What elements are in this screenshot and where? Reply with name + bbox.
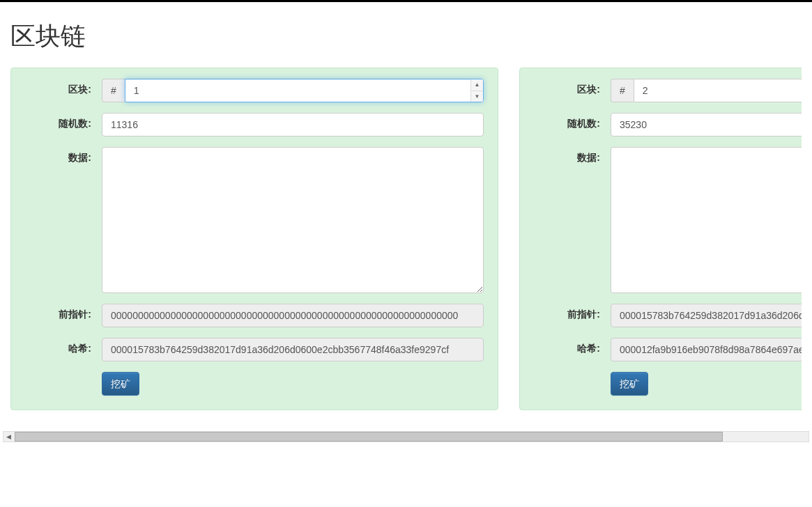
hash-prefix: # [102,79,125,102]
nonce-input[interactable] [102,113,484,136]
blocks-row: 区块: # ▲ ▼ [10,68,802,410]
chevron-up-icon[interactable]: ▲ [471,79,483,91]
label-prev: 前指针: [534,304,611,321]
page-title: 区块链 [10,20,802,54]
mine-button[interactable]: 挖矿 [102,372,139,396]
scrollbar-thumb[interactable] [15,432,723,442]
block-number-input[interactable] [634,79,802,102]
label-block: 区块: [534,79,611,96]
prev-hash-input [611,304,802,327]
prev-hash-input [102,304,484,327]
block-card: 区块: # 随机数: [519,68,802,410]
number-spinner[interactable]: ▲ ▼ [470,79,483,102]
hash-input [102,338,484,361]
label-nonce: 随机数: [25,113,102,130]
mine-button[interactable]: 挖矿 [611,372,648,396]
scroll-left-arrow-icon[interactable]: ◀ [3,432,14,442]
block-card: 区块: # ▲ ▼ [10,68,498,410]
label-hash: 哈希: [25,338,102,355]
hash-input [611,338,802,361]
label-hash: 哈希: [534,338,611,355]
blocks-scroll-container[interactable]: 区块: # ▲ ▼ [10,68,802,421]
chevron-down-icon[interactable]: ▼ [471,91,483,102]
label-data: 数据: [25,147,102,164]
block-number-input[interactable] [125,79,484,102]
label-prev: 前指针: [25,304,102,321]
data-textarea[interactable] [611,147,802,293]
label-nonce: 随机数: [534,113,611,130]
label-data: 数据: [534,147,611,164]
horizontal-scrollbar[interactable]: ◀ [3,431,809,442]
hash-prefix: # [611,79,634,102]
data-textarea[interactable] [102,147,484,293]
label-block: 区块: [25,79,102,96]
nonce-input[interactable] [611,113,802,136]
